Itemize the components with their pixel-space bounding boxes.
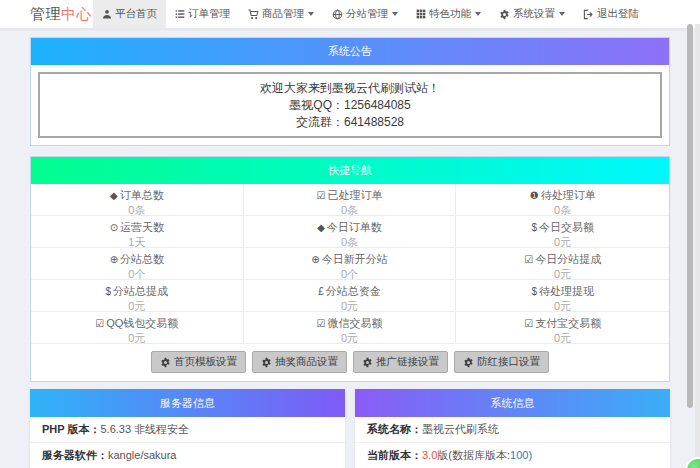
stat-cell: ⊕分站总数0个 — [31, 248, 244, 280]
system-info-header: 系统信息 — [355, 389, 670, 417]
dollar-icon: $ — [106, 286, 112, 297]
stat-cell: $待处理提现0元 — [456, 280, 669, 312]
nav-item-orders[interactable]: 订单管理 — [166, 0, 239, 28]
check-square-icon: ☑ — [317, 318, 326, 329]
nav-item-logout[interactable]: 退出登陆 — [574, 0, 648, 28]
stat-value: 0元 — [456, 300, 669, 312]
settings-button[interactable]: 抽奖商品设置 — [252, 351, 347, 373]
chevron-down-icon — [559, 12, 565, 16]
stat-label: ☑已处理订单 — [244, 189, 456, 202]
announcement-line: 欢迎大家来到墨视云代刷测试站！ — [40, 80, 660, 97]
stat-value: 0元 — [31, 300, 243, 312]
nav-item-settings[interactable]: 系统设置 — [490, 0, 574, 28]
info-row: PHP 版本：5.6.33 非线程安全 — [30, 417, 345, 443]
stat-value: 0元 — [456, 236, 669, 248]
announcement-header: 系统公告 — [31, 38, 669, 65]
quick-nav-header: 快捷导航 — [31, 157, 669, 184]
main-content: 系统公告 欢迎大家来到墨视云代刷测试站！墨视QQ：1256484085交流群：6… — [30, 37, 670, 468]
stat-label: ◆今日订单数 — [244, 221, 456, 234]
pound-icon: £ — [318, 286, 324, 297]
nav-item-label: 特色功能 — [429, 7, 471, 21]
info-label: 系统名称： — [367, 423, 422, 435]
gear-icon — [261, 357, 272, 368]
nav-item-home[interactable]: 平台首页 — [93, 0, 166, 28]
stat-cell: ☑微信交易额0元 — [244, 312, 457, 344]
gear-icon — [463, 357, 474, 368]
stat-label: ⊕今日新开分站 — [244, 253, 456, 266]
gear-icon — [362, 357, 373, 368]
settings-button[interactable]: 防红接口设置 — [454, 351, 549, 373]
nav-item-label: 系统设置 — [513, 7, 555, 21]
info-value: 3.0 — [422, 449, 437, 461]
stat-value: 0条 — [244, 236, 456, 248]
stat-label: ⊙运营天数 — [31, 221, 243, 234]
scrollbar-thumb[interactable] — [687, 24, 693, 408]
stat-label: ❶待处理订单 — [456, 189, 669, 202]
info-row: 系统名称：墨视云代刷系统 — [355, 417, 670, 443]
nav-item-goods[interactable]: 商品管理 — [239, 0, 323, 28]
logout-icon — [583, 9, 594, 20]
exclamation-circle-icon: ❶ — [530, 190, 539, 201]
announcement-line: 墨视QQ：1256484085 — [40, 97, 660, 114]
stat-cell: ⊕今日新开分站0个 — [244, 248, 457, 280]
nav-item-features[interactable]: 特色功能 — [407, 0, 490, 28]
stat-label: ⊕分站总数 — [31, 253, 243, 266]
info-value: 版(数据库版本: — [437, 449, 510, 461]
check-square-icon: ☑ — [524, 318, 533, 329]
floating-service-button[interactable] — [685, 457, 700, 468]
system-info-rows: 系统名称：墨视云代刷系统当前版本：3.0版(数据库版本:100)链接服务器：访问… — [355, 417, 670, 468]
info-value: 墨视云代刷系统 — [422, 423, 499, 435]
stat-cell: ☑QQ钱包交易额0元 — [31, 312, 244, 344]
stat-value: 0条 — [244, 204, 456, 216]
info-label: PHP 版本： — [42, 423, 100, 435]
stat-value: 1天 — [31, 236, 243, 248]
main-nav: 平台首页订单管理商品管理分站管理特色功能系统设置退出登陆 — [93, 0, 648, 28]
info-label: 当前版本： — [367, 449, 422, 461]
stat-value: 0元 — [31, 332, 243, 344]
dollar-icon: $ — [531, 222, 537, 233]
stat-value: 0条 — [31, 204, 243, 216]
nav-item-label: 平台首页 — [115, 7, 157, 21]
scrollbar-track[interactable] — [695, 24, 700, 468]
stats-grid: ◆订单总数0条☑已处理订单0条❶待处理订单0条⊙运营天数1天◆今日订单数0条$今… — [31, 184, 669, 344]
info-row: 当前版本：3.0版(数据库版本:100) — [355, 443, 670, 468]
stat-value: 0元 — [244, 300, 456, 312]
stat-cell: ☑今日分站提成0元 — [456, 248, 669, 280]
quick-nav-panel: 快捷导航 ◆订单总数0条☑已处理订单0条❶待处理订单0条⊙运营天数1天◆今日订单… — [30, 156, 670, 382]
stat-value: 0元 — [456, 268, 669, 280]
globe-icon — [332, 9, 343, 20]
globe-icon: ⊕ — [110, 254, 118, 265]
nav-item-label: 分站管理 — [346, 7, 388, 21]
stat-label: ☑QQ钱包交易额 — [31, 317, 243, 330]
stat-cell: ◆今日订单数0条 — [244, 216, 457, 248]
site-logo[interactable]: 管理中心 — [30, 5, 92, 24]
info-row: 服务器软件：kangle/sakura — [30, 443, 345, 468]
chevron-down-icon — [308, 12, 314, 16]
tint-icon: ◆ — [317, 222, 325, 233]
info-panels-row: 服务器信息 PHP 版本：5.6.33 非线程安全服务器软件：kangle/sa… — [30, 389, 670, 468]
stat-cell: ☑已处理订单0条 — [244, 184, 457, 216]
top-header: 管理中心 平台首页订单管理商品管理分站管理特色功能系统设置退出登陆 — [0, 0, 700, 29]
stat-value: 0元 — [456, 332, 669, 344]
stat-value: 0个 — [244, 268, 456, 280]
quick-buttons: 首页模板设置抽奖商品设置推广链接设置防红接口设置 — [31, 344, 669, 381]
stat-cell: ☑支付宝交易额0元 — [456, 312, 669, 344]
settings-button[interactable]: 首页模板设置 — [151, 351, 246, 373]
settings-button[interactable]: 推广链接设置 — [353, 351, 448, 373]
nav-item-label: 商品管理 — [262, 7, 304, 21]
nav-item-substation[interactable]: 分站管理 — [323, 0, 407, 28]
server-info-header: 服务器信息 — [30, 389, 345, 417]
stat-cell: $分站总提成0元 — [31, 280, 244, 312]
stat-label: ☑支付宝交易额 — [456, 317, 669, 330]
stat-label: $分站总提成 — [31, 285, 243, 298]
cart-icon — [248, 9, 259, 20]
check-square-icon: ☑ — [524, 254, 533, 265]
check-square-icon: ☑ — [317, 190, 326, 201]
stat-label: ☑微信交易额 — [244, 317, 456, 330]
stat-label: $待处理提现 — [456, 285, 669, 298]
stat-cell: £分站总资金0元 — [244, 280, 457, 312]
server-info-rows: PHP 版本：5.6.33 非线程安全服务器软件：kangle/sakura程序… — [30, 417, 345, 468]
chevron-down-icon — [392, 12, 398, 16]
user-icon — [102, 9, 112, 19]
stat-cell: ⊙运营天数1天 — [31, 216, 244, 248]
